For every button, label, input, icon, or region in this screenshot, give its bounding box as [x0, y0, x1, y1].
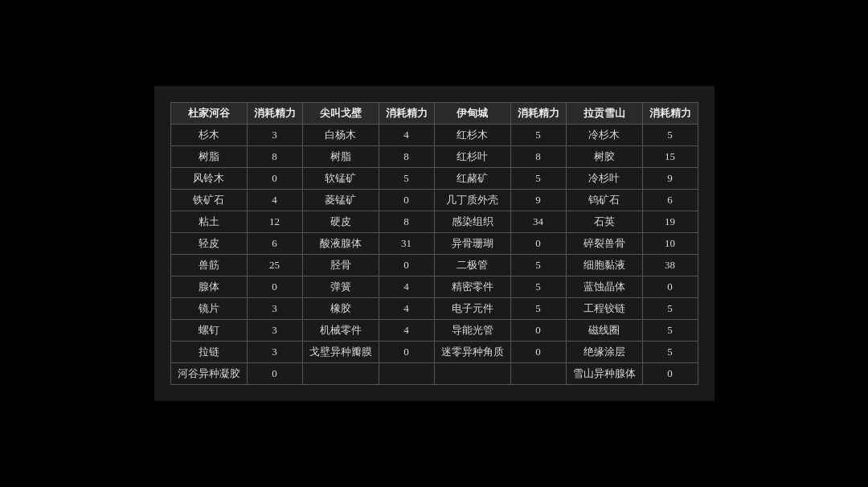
table-cell-r5-c0: 轻皮 [170, 233, 247, 255]
table-cell-r7-c2: 弹簧 [302, 276, 379, 298]
table-cell-r1-c5: 8 [510, 146, 566, 168]
table-cell-r8-c3: 4 [379, 298, 434, 320]
table-cell-r10-c2: 戈壁异种瓣膜 [302, 342, 379, 363]
resource-table: 杜家河谷 消耗精力 尖叫戈壁 消耗精力 伊甸城 消耗精力 拉贡雪山 消耗精力 杉… [170, 102, 698, 385]
table-cell-r5-c2: 酸液腺体 [302, 233, 379, 255]
table-cell-r0-c1: 3 [247, 125, 302, 146]
table-cell-r11-c1: 0 [247, 363, 302, 385]
table-cell-r1-c0: 树脂 [170, 146, 247, 168]
table-cell-r6-c4: 二极管 [434, 255, 510, 276]
table-cell-r6-c1: 25 [247, 255, 302, 276]
table-cell-r2-c1: 0 [247, 168, 302, 190]
table-cell-r2-c4: 红赭矿 [434, 168, 510, 190]
table-cell-r11-c4 [434, 363, 510, 385]
table-cell-r7-c3: 4 [379, 276, 434, 298]
table-cell-r1-c2: 树脂 [302, 146, 379, 168]
table-cell-r5-c4: 异骨珊瑚 [434, 233, 510, 255]
header-col2-name: 尖叫戈壁 [302, 103, 379, 125]
table-cell-r3-c4: 几丁质外壳 [434, 190, 510, 211]
table-cell-r5-c7: 10 [642, 233, 698, 255]
table-cell-r8-c1: 3 [247, 298, 302, 320]
table-cell-r2-c0: 风铃木 [170, 168, 247, 190]
table-cell-r1-c6: 树胶 [566, 146, 642, 168]
table-cell-r4-c2: 硬皮 [302, 211, 379, 233]
table-cell-r2-c7: 9 [642, 168, 698, 190]
table-cell-r9-c5: 0 [510, 320, 566, 342]
table-cell-r0-c2: 白杨木 [302, 125, 379, 146]
table-cell-r11-c6: 雪山异种腺体 [566, 363, 642, 385]
table-cell-r6-c6: 细胞黏液 [566, 255, 642, 276]
table-cell-r0-c7: 5 [642, 125, 698, 146]
table-cell-r4-c3: 8 [379, 211, 434, 233]
header-col3-name: 伊甸城 [434, 103, 510, 125]
table-cell-r6-c5: 5 [510, 255, 566, 276]
table-cell-r4-c0: 粘土 [170, 211, 247, 233]
main-container: 杜家河谷 消耗精力 尖叫戈壁 消耗精力 伊甸城 消耗精力 拉贡雪山 消耗精力 杉… [154, 86, 714, 401]
table-cell-r5-c5: 0 [510, 233, 566, 255]
table-cell-r5-c1: 6 [247, 233, 302, 255]
table-cell-r11-c5 [510, 363, 566, 385]
table-cell-r1-c1: 8 [247, 146, 302, 168]
table-cell-r9-c1: 3 [247, 320, 302, 342]
table-cell-r2-c3: 5 [379, 168, 434, 190]
table-cell-r11-c2 [302, 363, 379, 385]
table-cell-r4-c4: 感染组织 [434, 211, 510, 233]
table-cell-r2-c2: 软锰矿 [302, 168, 379, 190]
table-cell-r3-c7: 6 [642, 190, 698, 211]
table-cell-r4-c5: 34 [510, 211, 566, 233]
table-cell-r1-c3: 8 [379, 146, 434, 168]
table-cell-r7-c5: 5 [510, 276, 566, 298]
table-cell-r3-c1: 4 [247, 190, 302, 211]
table-cell-r2-c6: 冷杉叶 [566, 168, 642, 190]
table-cell-r0-c0: 杉木 [170, 125, 247, 146]
header-col3-cost: 消耗精力 [510, 103, 566, 125]
table-cell-r11-c0: 河谷异种凝胶 [170, 363, 247, 385]
table-cell-r3-c0: 铁矿石 [170, 190, 247, 211]
table-cell-r10-c7: 5 [642, 342, 698, 363]
table-cell-r5-c6: 碎裂兽骨 [566, 233, 642, 255]
table-cell-r3-c3: 0 [379, 190, 434, 211]
header-col4-cost: 消耗精力 [642, 103, 698, 125]
table-cell-r7-c6: 蓝蚀晶体 [566, 276, 642, 298]
table-cell-r3-c2: 菱锰矿 [302, 190, 379, 211]
table-cell-r7-c4: 精密零件 [434, 276, 510, 298]
table-cell-r11-c3 [379, 363, 434, 385]
table-cell-r9-c3: 4 [379, 320, 434, 342]
table-cell-r8-c2: 橡胶 [302, 298, 379, 320]
table-cell-r7-c0: 腺体 [170, 276, 247, 298]
table-cell-r10-c6: 绝缘涂层 [566, 342, 642, 363]
header-col1-name: 杜家河谷 [170, 103, 247, 125]
table-cell-r6-c7: 38 [642, 255, 698, 276]
table-cell-r0-c6: 冷杉木 [566, 125, 642, 146]
table-cell-r8-c7: 5 [642, 298, 698, 320]
table-cell-r6-c3: 0 [379, 255, 434, 276]
table-cell-r2-c5: 5 [510, 168, 566, 190]
table-cell-r10-c4: 迷零异种角质 [434, 342, 510, 363]
table-cell-r6-c2: 胫骨 [302, 255, 379, 276]
table-cell-r9-c2: 机械零件 [302, 320, 379, 342]
table-cell-r8-c0: 镜片 [170, 298, 247, 320]
table-cell-r9-c6: 磁线圈 [566, 320, 642, 342]
table-cell-r10-c0: 拉链 [170, 342, 247, 363]
table-cell-r11-c7: 0 [642, 363, 698, 385]
table-cell-r9-c4: 导能光管 [434, 320, 510, 342]
table-cell-r4-c1: 12 [247, 211, 302, 233]
table-cell-r6-c0: 兽筋 [170, 255, 247, 276]
header-col2-cost: 消耗精力 [379, 103, 434, 125]
table-cell-r3-c5: 9 [510, 190, 566, 211]
table-cell-r7-c7: 0 [642, 276, 698, 298]
table-cell-r1-c4: 红杉叶 [434, 146, 510, 168]
header-col1-cost: 消耗精力 [247, 103, 302, 125]
header-col4-name: 拉贡雪山 [566, 103, 642, 125]
table-cell-r7-c1: 0 [247, 276, 302, 298]
table-cell-r9-c0: 螺钉 [170, 320, 247, 342]
table-cell-r0-c4: 红杉木 [434, 125, 510, 146]
table-cell-r10-c3: 0 [379, 342, 434, 363]
table-cell-r10-c1: 3 [247, 342, 302, 363]
table-cell-r9-c7: 5 [642, 320, 698, 342]
table-cell-r8-c5: 5 [510, 298, 566, 320]
table-cell-r8-c6: 工程铰链 [566, 298, 642, 320]
table-cell-r1-c7: 15 [642, 146, 698, 168]
table-cell-r4-c7: 19 [642, 211, 698, 233]
table-cell-r0-c3: 4 [379, 125, 434, 146]
